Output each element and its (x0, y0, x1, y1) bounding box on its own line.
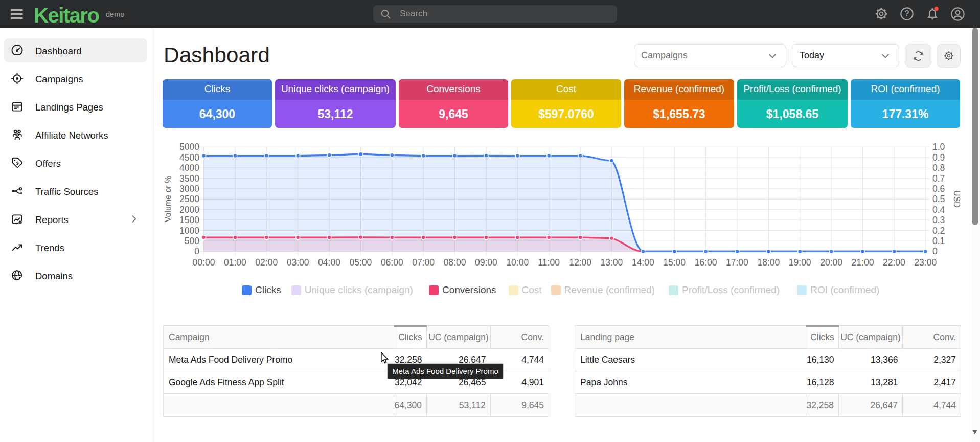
svg-text:08:00: 08:00 (444, 257, 466, 268)
svg-text:500: 500 (185, 236, 199, 246)
svg-text:0.3: 0.3 (932, 215, 945, 225)
svg-text:2500: 2500 (179, 194, 199, 204)
svg-text:02:00: 02:00 (255, 257, 278, 268)
svg-text:0.1: 0.1 (932, 236, 945, 246)
svg-text:09:00: 09:00 (475, 257, 497, 268)
svg-text:0.2: 0.2 (932, 226, 945, 236)
svg-text:1000: 1000 (179, 226, 199, 236)
svg-text:10:00: 10:00 (506, 257, 529, 268)
svg-text:USD: USD (952, 190, 961, 208)
svg-text:00:00: 00:00 (193, 257, 215, 268)
svg-text:Volume or %: Volume or % (164, 176, 172, 223)
svg-text:$: $ (16, 161, 19, 166)
svg-text:05:00: 05:00 (350, 257, 372, 268)
svg-text:3500: 3500 (179, 173, 199, 184)
svg-text:22:00: 22:00 (883, 257, 905, 268)
svg-text:4500: 4500 (179, 152, 199, 163)
svg-text:2000: 2000 (179, 205, 199, 215)
svg-text:19:00: 19:00 (789, 257, 811, 268)
svg-text:12:00: 12:00 (569, 257, 591, 268)
svg-text:4000: 4000 (179, 163, 199, 173)
svg-text:20:00: 20:00 (820, 257, 842, 268)
svg-text:0.6: 0.6 (932, 184, 945, 194)
svg-text:16:00: 16:00 (695, 257, 717, 268)
svg-text:13:00: 13:00 (601, 257, 623, 268)
svg-text:01:00: 01:00 (224, 257, 246, 268)
svg-text:1500: 1500 (179, 215, 199, 225)
svg-text:0.9: 0.9 (932, 152, 945, 163)
svg-text:07:00: 07:00 (412, 257, 435, 268)
svg-text:0: 0 (932, 246, 938, 256)
svg-text:11:00: 11:00 (538, 257, 560, 268)
svg-text:0.8: 0.8 (932, 163, 945, 173)
svg-text:18:00: 18:00 (757, 257, 780, 268)
svg-text:21:00: 21:00 (852, 257, 874, 268)
svg-text:23:00: 23:00 (914, 257, 937, 268)
svg-text:0: 0 (194, 246, 199, 256)
svg-text:17:00: 17:00 (726, 257, 748, 268)
svg-text:0.4: 0.4 (932, 205, 945, 215)
svg-text:5000: 5000 (179, 142, 199, 152)
svg-text:03:00: 03:00 (287, 257, 309, 268)
svg-text:1.0: 1.0 (932, 142, 945, 152)
svg-text:?: ? (904, 9, 909, 18)
svg-text:15:00: 15:00 (663, 257, 686, 268)
svg-text:06:00: 06:00 (381, 257, 403, 268)
svg-text:04:00: 04:00 (318, 257, 340, 268)
svg-text:0.7: 0.7 (932, 173, 945, 184)
svg-text:3000: 3000 (179, 184, 199, 194)
svg-text:14:00: 14:00 (632, 257, 654, 268)
svg-text:0.5: 0.5 (932, 194, 945, 204)
